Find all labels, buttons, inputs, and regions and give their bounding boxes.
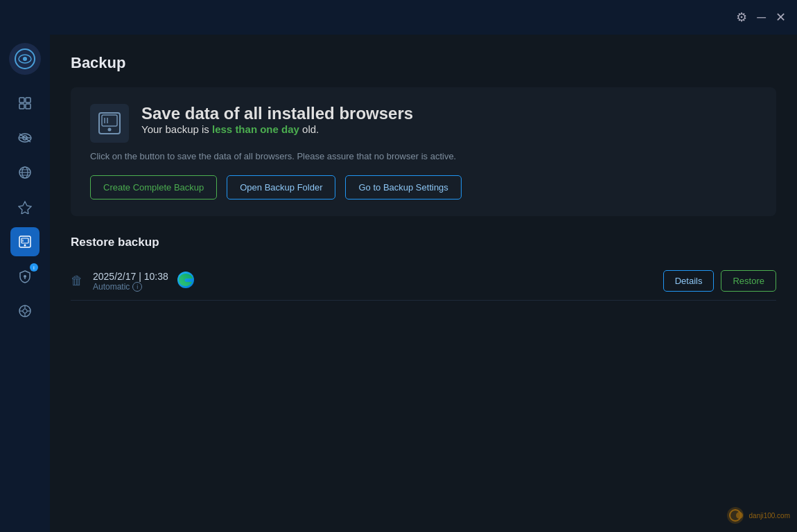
minimize-icon[interactable]: ─ — [757, 10, 766, 25]
close-icon[interactable]: ✕ — [776, 10, 786, 25]
svg-point-2 — [23, 57, 27, 61]
restore-actions: Details Restore — [663, 270, 776, 292]
svg-point-20 — [24, 275, 26, 278]
svg-point-18 — [24, 245, 26, 247]
open-folder-button[interactable]: Open Backup Folder — [227, 175, 335, 200]
restore-datetime: 2025/2/17 | 10:38 — [93, 271, 168, 282]
edge-browser-icon — [177, 271, 195, 292]
info-icon[interactable]: i — [132, 282, 142, 292]
backup-status-suffix: old. — [299, 123, 319, 135]
watermark-text: danji100.com — [749, 512, 790, 520]
app-logo — [9, 43, 41, 75]
backup-status-prefix: Your backup is — [141, 123, 212, 135]
restore-auto-label: Automatic i — [93, 282, 168, 292]
svg-point-36 — [736, 512, 743, 519]
backup-icon — [90, 104, 129, 143]
backup-actions: Create Complete Backup Open Backup Folde… — [90, 175, 757, 200]
backup-heading: Save data of all installed browsers — [141, 104, 413, 123]
delete-backup-icon[interactable]: 🗑 — [71, 274, 83, 288]
sidebar: i — [0, 35, 50, 532]
main-content: Backup Save data of all installed browse… — [50, 35, 797, 532]
window-controls: ⚙ ─ ✕ — [736, 10, 786, 25]
backup-status-highlight: less than one day — [212, 123, 299, 135]
restore-button[interactable]: Restore — [721, 270, 776, 292]
restore-section: Restore backup 🗑 2025/2/17 | 10:38 Autom… — [71, 236, 776, 301]
backup-card-header: Save data of all installed browsers Your… — [90, 104, 757, 143]
settings-icon[interactable]: ⚙ — [736, 10, 747, 25]
page-title: Backup — [71, 54, 776, 72]
svg-point-32 — [108, 128, 112, 132]
restore-label-row: 2025/2/17 | 10:38 Automatic i — [93, 271, 168, 292]
details-button[interactable]: Details — [663, 270, 715, 292]
sidebar-item-backup[interactable] — [10, 227, 40, 256]
sidebar-item-cleaner[interactable] — [10, 193, 40, 222]
app-layout: i Backup — [0, 35, 797, 532]
svg-rect-3 — [19, 98, 24, 103]
sidebar-item-security[interactable]: i — [10, 262, 40, 291]
restore-item-info: 2025/2/17 | 10:38 Automatic i — [93, 271, 654, 292]
create-backup-button[interactable]: Create Complete Backup — [90, 175, 217, 200]
sidebar-item-internet[interactable] — [10, 158, 40, 187]
watermark: danji100.com — [726, 506, 790, 525]
restore-item: 🗑 2025/2/17 | 10:38 Automatic i — [71, 262, 776, 301]
svg-rect-4 — [26, 98, 30, 103]
backup-card: Save data of all installed browsers Your… — [71, 87, 776, 216]
goto-settings-button[interactable]: Go to Backup Settings — [345, 175, 461, 200]
titlebar: ⚙ ─ ✕ — [0, 0, 797, 35]
backup-description: Click on the button to save the data of … — [90, 151, 757, 161]
backup-status-line: Your backup is less than one day old. — [141, 123, 413, 135]
sidebar-item-privacy[interactable] — [10, 123, 40, 152]
sidebar-item-extra[interactable] — [10, 296, 40, 326]
security-badge: i — [30, 263, 38, 272]
svg-rect-5 — [19, 104, 24, 109]
restore-heading: Restore backup — [71, 236, 776, 249]
svg-rect-6 — [26, 104, 30, 109]
sidebar-item-dashboard[interactable] — [10, 89, 40, 118]
backup-card-text: Save data of all installed browsers Your… — [141, 104, 413, 135]
svg-point-23 — [23, 309, 27, 313]
